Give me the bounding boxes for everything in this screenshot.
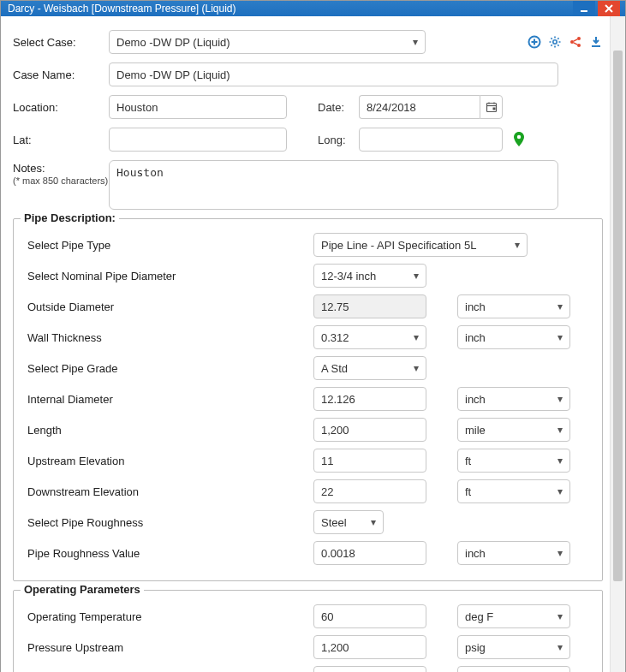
case-name-label: Case Name: (13, 68, 109, 81)
lat-input[interactable] (109, 128, 287, 152)
internal-dia-input[interactable] (313, 387, 426, 411)
chevron-down-icon: ▾ (413, 36, 418, 48)
chevron-down-icon: ▾ (557, 331, 563, 343)
pipe-grade-label: Select Pipe Grade (24, 362, 313, 375)
titlebar: Darcy - Weisbach [Downstream Pressure] (… (1, 1, 625, 16)
close-button[interactable] (598, 1, 620, 16)
operating-temp-unit-select[interactable]: deg F ▾ (457, 604, 570, 628)
chevron-down-icon: ▾ (557, 455, 563, 467)
settings-icon[interactable] (548, 35, 562, 49)
svg-point-5 (577, 44, 581, 47)
pipe-roughness-label: Select Pipe Roughness (24, 516, 313, 529)
upstream-elev-unit-select[interactable]: ft ▾ (457, 449, 570, 473)
chevron-down-icon: ▾ (557, 610, 563, 622)
length-unit-select[interactable]: mile ▾ (457, 418, 570, 442)
lat-label: Lat: (13, 134, 109, 146)
roughness-value-label: Pipe Roughness Value (24, 547, 313, 560)
pipe-roughness-select[interactable]: Steel ▾ (313, 510, 384, 534)
location-label: Location: (13, 101, 109, 114)
downstream-elev-unit-select[interactable]: ft ▾ (457, 479, 570, 503)
pipe-grade-select[interactable]: A Std ▾ (313, 356, 426, 380)
operating-temp-label: Operating Temperature (24, 610, 313, 623)
chevron-down-icon: ▾ (414, 362, 419, 374)
case-name-input[interactable] (109, 62, 558, 86)
pipe-type-label: Select Pipe Type (24, 239, 313, 252)
chevron-down-icon: ▾ (414, 331, 419, 343)
svg-point-3 (570, 40, 574, 44)
svg-point-2 (553, 40, 557, 44)
operating-temp-input[interactable] (313, 604, 426, 628)
map-pin-icon[interactable] (513, 132, 525, 147)
internal-dia-unit-select[interactable]: inch ▾ (457, 387, 570, 411)
length-unit-value: mile (465, 424, 486, 437)
length-input[interactable] (313, 418, 426, 442)
nominal-dia-value: 12-3/4 inch (321, 270, 376, 282)
upstream-elev-input[interactable] (313, 449, 426, 473)
case-actions (528, 35, 603, 49)
chevron-down-icon: ▾ (371, 516, 376, 528)
notes-hint: (* max 850 characters) (13, 175, 109, 187)
pressure-upstream-input[interactable] (313, 635, 426, 659)
notes-textarea[interactable] (109, 160, 558, 210)
select-case-label: Select Case: (13, 36, 109, 49)
pipe-type-select[interactable]: Pipe Line - API Specification 5L ▾ (313, 233, 528, 257)
nominal-dia-select[interactable]: 12-3/4 inch ▾ (313, 264, 426, 288)
wall-thickness-label: Wall Thickness (24, 331, 313, 344)
operating-temp-unit-value: deg F (465, 610, 493, 623)
downstream-elev-label: Downstream Elevation (24, 485, 313, 498)
pressure-upstream-label: Pressure Upstream (24, 641, 313, 654)
add-case-icon[interactable] (528, 35, 541, 49)
scrollbar-thumb[interactable] (613, 51, 623, 581)
pressure-upstream-unit-select[interactable]: psig ▾ (457, 635, 570, 659)
nominal-dia-label: Select Nominal Pipe Diameter (24, 270, 313, 282)
operating-params-legend: Operating Parameters (21, 583, 144, 596)
length-label: Length (24, 424, 313, 437)
wall-thickness-select[interactable]: 0.312 ▾ (313, 325, 426, 349)
pipe-type-value: Pipe Line - API Specification 5L (321, 239, 476, 252)
downstream-elev-unit-value: ft (465, 485, 471, 498)
chevron-down-icon: ▾ (557, 424, 563, 436)
chevron-down-icon: ▾ (557, 485, 563, 497)
pressure-upstream-unit-value: psig (465, 641, 486, 654)
svg-rect-7 (492, 108, 495, 110)
wall-thickness-value: 0.312 (321, 331, 349, 344)
date-input[interactable] (359, 95, 480, 119)
vertical-scrollbar[interactable] (610, 16, 625, 672)
flow-rate-unit-select[interactable]: BPD ▾ (457, 666, 570, 672)
select-case-value: Demo -DW DP (Liquid) (116, 36, 230, 49)
svg-rect-0 (581, 10, 587, 12)
long-input[interactable] (359, 128, 503, 152)
date-label: Date: (318, 101, 359, 114)
chevron-down-icon: ▾ (557, 641, 563, 653)
outside-dia-unit-select[interactable]: inch ▾ (457, 294, 570, 318)
wall-thickness-unit-value: inch (465, 331, 486, 344)
chevron-down-icon: ▾ (557, 547, 563, 559)
roughness-value-unit-select[interactable]: inch ▾ (457, 541, 570, 565)
roughness-value-input[interactable] (313, 541, 426, 565)
flow-rate-input[interactable] (313, 666, 426, 672)
roughness-value-unit-value: inch (465, 547, 486, 560)
internal-dia-unit-value: inch (465, 393, 486, 406)
location-input[interactable] (109, 95, 287, 119)
content-panel: Select Case: Demo -DW DP (Liquid) ▾ (1, 16, 610, 672)
upstream-elev-unit-value: ft (465, 455, 471, 467)
svg-point-4 (577, 37, 581, 40)
upstream-elev-label: Upstream Elevation (24, 455, 313, 467)
wall-thickness-unit-select[interactable]: inch ▾ (457, 325, 570, 349)
download-icon[interactable] (589, 35, 603, 49)
downstream-elev-input[interactable] (313, 479, 426, 503)
minimize-button[interactable] (573, 1, 595, 16)
chevron-down-icon: ▾ (414, 270, 419, 282)
pipe-description-legend: Pipe Description: (21, 211, 119, 224)
pipe-grade-value: A Std (321, 362, 348, 375)
notes-label: Notes: (13, 162, 109, 175)
share-icon[interactable] (569, 35, 582, 49)
body-area: Select Case: Demo -DW DP (Liquid) ▾ (1, 16, 625, 672)
internal-dia-label: Internal Diameter (24, 393, 313, 406)
calendar-button[interactable] (480, 95, 503, 119)
date-input-group (359, 95, 503, 119)
pipe-roughness-value: Steel (321, 516, 347, 529)
select-case-dropdown[interactable]: Demo -DW DP (Liquid) ▾ (109, 30, 426, 54)
chevron-down-icon: ▾ (557, 300, 563, 312)
outside-dia-input (313, 294, 426, 318)
